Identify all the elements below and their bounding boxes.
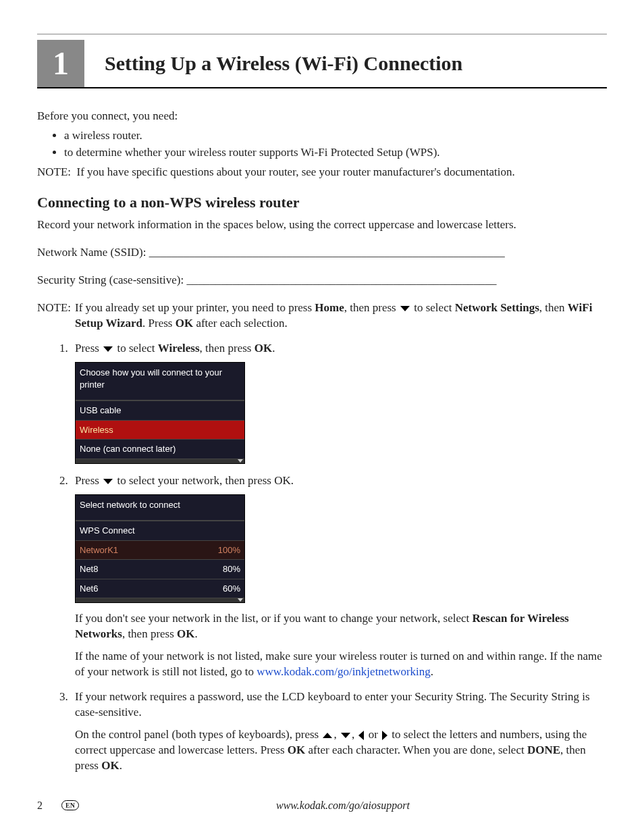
- t: to select your network, then press OK.: [114, 474, 294, 487]
- right-arrow-icon: [382, 731, 387, 740]
- note-1: NOTE: If you have specific questions abo…: [37, 165, 607, 180]
- lcd-row: None (can connect later): [76, 439, 244, 459]
- lcd-screenshot-1: Choose how you will connect to your prin…: [75, 362, 245, 464]
- v: 100%: [218, 544, 240, 556]
- t: Press: [75, 474, 102, 487]
- down-arrow-icon: [103, 479, 113, 484]
- intro-text: Before you connect, you need:: [37, 109, 607, 124]
- step-1: Press to select Wireless, then press OK.…: [71, 341, 607, 464]
- down-arrow-icon: [400, 306, 410, 311]
- lcd-screenshot-2: Select network to connect WPS Connect Ne…: [75, 494, 245, 604]
- lcd-scrollbar: [76, 598, 244, 602]
- lcd-row: Net660%: [76, 579, 244, 598]
- ok-key: OK: [101, 759, 119, 772]
- lcd-header: Select network to connect: [76, 495, 244, 521]
- t: after each character. When you are done,…: [305, 744, 527, 756]
- chapter-title: Setting Up a Wireless (Wi-Fi) Connection: [105, 50, 462, 78]
- wireless-label: Wireless: [158, 342, 200, 355]
- chapter-number: 1: [37, 40, 84, 87]
- down-arrow-icon: [341, 733, 350, 738]
- t: , then press: [200, 342, 254, 355]
- note-2: NOTE: If you already set up your printer…: [37, 301, 607, 332]
- lcd-scrollbar: [76, 459, 244, 463]
- step-2: Press to select your network, then press…: [71, 473, 607, 680]
- page-footer: 2 EN www.kodak.com/go/aiosupport: [37, 798, 607, 813]
- t: .: [119, 759, 122, 772]
- lcd-row: Net880%: [76, 559, 244, 579]
- footer-url: www.kodak.com/go/aiosupport: [79, 798, 607, 813]
- v: 60%: [223, 583, 240, 595]
- n: Net8: [80, 563, 98, 575]
- v: 80%: [223, 563, 240, 575]
- step3-a: If your network requires a password, use…: [75, 689, 607, 721]
- n: Net6: [80, 583, 98, 595]
- networking-link[interactable]: www.kodak.com/go/inkjetnetworking: [257, 665, 431, 678]
- lcd-row-selected: NetworK1100%: [76, 540, 244, 560]
- step2-note-b: If the name of your network is not liste…: [75, 649, 607, 680]
- note-text: If you have specific questions about you…: [77, 165, 515, 178]
- bullet-item: a wireless router.: [64, 128, 607, 144]
- home-key: Home: [315, 301, 344, 314]
- lcd-row: WPS Connect: [76, 521, 244, 540]
- note-label: NOTE:: [37, 301, 75, 332]
- section-heading: Connecting to a non-WPS wireless router: [37, 192, 607, 213]
- t: or: [365, 728, 381, 741]
- t: after each selection.: [193, 317, 288, 330]
- t: On the control panel (both types of keyb…: [75, 728, 321, 741]
- lcd-header: Choose how you will connect to your prin…: [76, 363, 244, 400]
- t: to select: [411, 301, 455, 314]
- ok-key: OK: [254, 342, 272, 355]
- step2-note-a: If you don't see your network in the lis…: [75, 611, 607, 642]
- ok-key: OK: [177, 627, 194, 640]
- up-arrow-icon: [323, 733, 332, 738]
- down-arrow-icon: [103, 346, 113, 352]
- bullet-item: to determine whether your wireless route…: [64, 145, 607, 161]
- t: .: [272, 342, 275, 355]
- step3-b: On the control panel (both types of keyb…: [75, 727, 607, 774]
- t: .: [431, 665, 433, 678]
- lcd-row: USB cable: [76, 400, 244, 420]
- intro-bullets: a wireless router. to determine whether …: [37, 128, 607, 161]
- chapter-header: 1 Setting Up a Wireless (Wi-Fi) Connecti…: [37, 40, 607, 88]
- note-label: NOTE:: [37, 165, 71, 178]
- t: ,: [352, 728, 358, 741]
- steps-list: Press to select Wireless, then press OK.…: [37, 341, 607, 774]
- ssid-field: Network Name (SSID): ___________________…: [37, 245, 607, 261]
- ok-key: OK: [176, 317, 193, 330]
- t: , then press: [344, 301, 399, 314]
- top-rule: [37, 34, 607, 34]
- step-3: If your network requires a password, use…: [71, 689, 607, 774]
- n: WPS Connect: [80, 525, 135, 537]
- t: , then press: [122, 627, 177, 640]
- language-badge: EN: [61, 800, 79, 811]
- t: to select: [114, 342, 158, 355]
- t: Press: [75, 342, 102, 355]
- t: .: [195, 627, 198, 640]
- network-settings-label: Network Settings: [455, 301, 539, 314]
- t: ,: [333, 728, 340, 741]
- t: If you don't see your network in the lis…: [75, 612, 472, 625]
- n: NetworK1: [80, 544, 118, 556]
- done-key: DONE: [527, 744, 560, 756]
- left-arrow-icon: [358, 731, 364, 740]
- section-intro: Record your network information in the s…: [37, 217, 607, 233]
- t: If you already set up your printer, you …: [75, 301, 315, 314]
- lcd-row-selected: Wireless: [76, 420, 244, 440]
- t: . Press: [142, 317, 176, 330]
- ok-key: OK: [288, 744, 305, 756]
- page-number: 2: [37, 798, 57, 813]
- security-field: Security String (case-sensitive): ______…: [37, 273, 607, 288]
- note-text: If you already set up your printer, you …: [75, 301, 607, 332]
- t: , then: [539, 301, 568, 314]
